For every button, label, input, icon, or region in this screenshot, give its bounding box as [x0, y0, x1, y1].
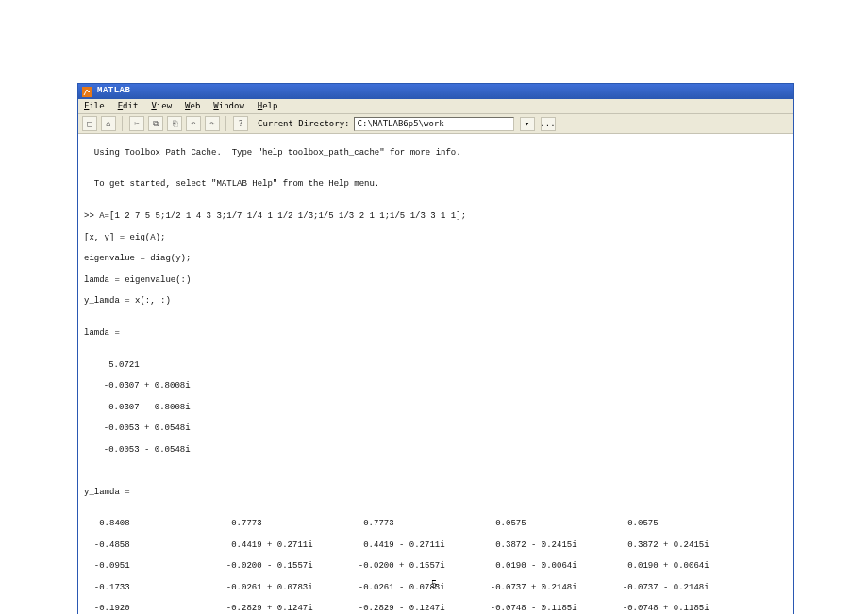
- copy-icon[interactable]: ⧉: [148, 116, 163, 131]
- svg-rect-0: [82, 87, 92, 97]
- var-header: y_lamda =: [84, 488, 788, 498]
- ylamda-row: -0.0951 -0.0200 - 0.1557i -0.0200 + 0.15…: [84, 561, 788, 572]
- help-icon[interactable]: ?: [233, 116, 248, 131]
- separator: [225, 116, 227, 131]
- console-line: [x, y] = eig(A);: [84, 233, 788, 243]
- new-icon[interactable]: □: [82, 116, 97, 131]
- page-number: 5: [0, 577, 868, 591]
- redo-icon[interactable]: ↷: [205, 116, 220, 131]
- dir-dropdown-icon[interactable]: ▾: [520, 117, 535, 131]
- menu-window[interactable]: Window: [213, 101, 244, 111]
- window-title: MATLAB: [97, 86, 130, 96]
- current-dir-field[interactable]: C:\MATLAB6p5\work: [354, 117, 514, 131]
- matlab-window: MATLAB File Edit View Web Window Help □ …: [77, 83, 794, 614]
- menu-edit[interactable]: Edit: [118, 101, 139, 111]
- paste-icon[interactable]: ⎘: [167, 116, 182, 131]
- console-line: eigenvalue = diag(y);: [84, 254, 788, 264]
- lamda-value: 5.0721: [93, 360, 788, 371]
- menu-bar: File Edit View Web Window Help: [78, 99, 793, 114]
- current-dir-label: Current Directory:: [258, 119, 350, 129]
- tool-bar: □ ⌂ ✂ ⧉ ⎘ ↶ ↷ ? Current Directory: C:\MA…: [78, 114, 793, 134]
- lamda-value: -0.0307 + 0.8008i: [93, 381, 788, 391]
- matlab-icon: [82, 87, 92, 97]
- ylamda-row: -0.1920 -0.2829 + 0.1247i -0.2829 - 0.12…: [84, 604, 788, 614]
- separator: [122, 116, 124, 131]
- console-line: >> A=[1 2 7 5 5;1/2 1 4 3 3;1/7 1/4 1 1/…: [84, 211, 788, 222]
- console-line: To get started, select "MATLAB Help" fro…: [84, 179, 788, 190]
- console-line: lamda = eigenvalue(:): [84, 275, 788, 286]
- lamda-value: -0.0053 - 0.0548i: [93, 445, 788, 456]
- menu-file[interactable]: File: [84, 101, 105, 111]
- menu-help[interactable]: Help: [258, 101, 278, 111]
- command-window[interactable]: Using Toolbox Path Cache. Type "help too…: [78, 134, 793, 614]
- console-line: Using Toolbox Path Cache. Type "help too…: [84, 148, 788, 158]
- undo-icon[interactable]: ↶: [186, 116, 201, 131]
- open-icon[interactable]: ⌂: [101, 116, 116, 131]
- cut-icon[interactable]: ✂: [129, 116, 144, 131]
- var-header: lamda =: [84, 328, 788, 339]
- browse-button[interactable]: ...: [541, 117, 556, 131]
- console-line: y_lamda = x(:, :): [84, 296, 788, 307]
- menu-web[interactable]: Web: [185, 101, 200, 111]
- ylamda-row: -0.8408 0.7773 0.7773 0.0575 0.0575: [84, 519, 788, 529]
- ylamda-row: -0.4858 0.4419 + 0.2711i 0.4419 - 0.2711…: [84, 540, 788, 551]
- title-bar: MATLAB: [78, 84, 793, 99]
- lamda-value: -0.0053 + 0.0548i: [93, 423, 788, 434]
- lamda-value: -0.0307 - 0.8008i: [93, 403, 788, 413]
- menu-view[interactable]: View: [151, 101, 172, 111]
